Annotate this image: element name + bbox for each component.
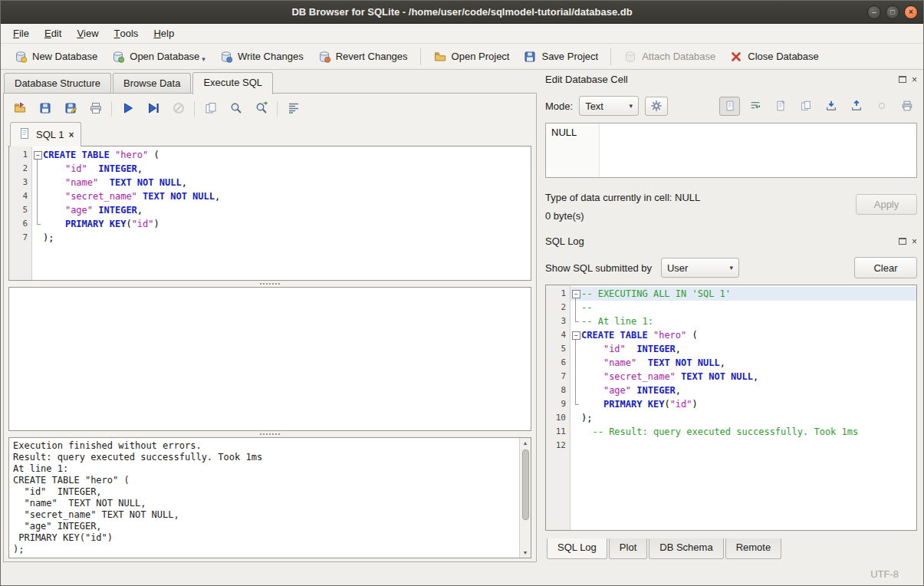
sql-tab-close-icon[interactable]: × <box>68 130 74 140</box>
write-changes-button[interactable]: Write Changes <box>212 47 311 67</box>
print-button[interactable] <box>896 97 917 116</box>
chevron-down-icon: ▾ <box>729 264 733 272</box>
sql-log-code[interactable]: -- EXECUTING ALL IN 'SQL 1'---- At line … <box>571 285 916 530</box>
import-icon <box>825 100 837 112</box>
tab-execute-sql[interactable]: Execute SQL <box>192 72 273 94</box>
format-sql-button[interactable] <box>282 99 304 120</box>
sql-log-float-icon[interactable] <box>899 238 906 245</box>
word-wrap-icon <box>749 100 761 112</box>
sql-document-tab[interactable]: SQL 1 × <box>10 122 81 146</box>
cell-value: NULL <box>551 127 577 138</box>
edit-cell-dock-header: Edit Database Cell × <box>545 70 917 89</box>
open-database-button[interactable]: Open Database▾ <box>104 47 212 67</box>
sql-log-filter-select[interactable]: User ▾ <box>661 258 739 278</box>
edit-cell-float-icon[interactable] <box>899 76 906 83</box>
messages-scrollbar[interactable]: ▲ ▼ <box>519 438 531 558</box>
chevron-down-icon: ▾ <box>630 102 633 110</box>
fold-marker-icon[interactable] <box>32 148 43 162</box>
open-file-icon <box>774 100 787 112</box>
tab-browse-data[interactable]: Browse Data <box>113 73 191 94</box>
close-database-button[interactable]: Close Database <box>722 47 826 67</box>
tab-plot[interactable]: Plot <box>609 538 647 559</box>
fold-marker-icon[interactable] <box>571 287 581 301</box>
bottom-tab-bar: SQL LogPlotDB SchemaRemote <box>545 538 917 563</box>
execute-all-button[interactable] <box>117 99 139 120</box>
close-database-icon <box>729 50 743 64</box>
stop-icon <box>172 101 186 117</box>
sql-log-line: ); <box>571 411 916 425</box>
mode-value: Text <box>585 100 603 112</box>
new-tab-button[interactable] <box>199 99 222 120</box>
edit-cell-close-icon[interactable]: × <box>912 75 917 84</box>
cell-editor-icons <box>719 97 917 116</box>
sql-editor-code[interactable]: CREATE TABLE "hero" ( "id" INTEGER, "nam… <box>32 146 531 280</box>
cell-editor[interactable]: NULL <box>545 123 917 178</box>
scrollbar-track[interactable] <box>520 448 531 548</box>
sql-log-view[interactable]: 123456789101112 -- EXECUTING ALL IN 'SQL… <box>545 285 917 531</box>
print-button[interactable] <box>84 99 107 120</box>
apply-button: Apply <box>856 194 917 215</box>
sql-log-line: PRIMARY KEY("id") <box>571 397 916 411</box>
open-file-button[interactable] <box>770 97 791 116</box>
sql-log-line: "id" INTEGER, <box>571 342 916 356</box>
sql-editor[interactable]: 1234567 CREATE TABLE "hero" ( "id" INTEG… <box>8 146 531 281</box>
results-messages-splitter[interactable] <box>8 431 531 437</box>
minimize-button[interactable]: – <box>867 5 881 19</box>
open-database-icon <box>111 50 125 64</box>
scrollbar-down-icon[interactable]: ▼ <box>523 548 528 558</box>
menu-edit[interactable]: Edit <box>37 24 69 43</box>
format-sql-icon <box>287 101 301 117</box>
find-replace-button[interactable] <box>250 99 272 120</box>
text-document-icon <box>724 100 736 112</box>
toolbar-separator <box>194 101 195 117</box>
save-project-button[interactable]: Save Project <box>516 47 605 67</box>
mode-select[interactable]: Text ▾ <box>579 96 639 116</box>
maximize-button[interactable]: □ <box>886 5 899 19</box>
titlebar[interactable]: DB Browser for SQLite - /home/user/code/… <box>1 1 923 24</box>
export-button[interactable] <box>846 97 866 116</box>
open-project-icon <box>433 50 447 64</box>
import-button[interactable] <box>820 97 841 116</box>
new-database-icon <box>14 50 28 64</box>
open-project-button[interactable]: Open Project <box>426 47 517 67</box>
sql-log-line: "name" TEXT NOT NULL, <box>571 356 916 370</box>
dropdown-arrow-icon[interactable]: ▾ <box>202 55 206 64</box>
tab-database-structure[interactable]: Database Structure <box>4 73 111 94</box>
sql-log-close-icon[interactable]: × <box>912 237 917 246</box>
tab-db-schema[interactable]: DB Schema <box>649 538 723 559</box>
open-sql-file-button[interactable] <box>8 99 31 120</box>
scrollbar-up-icon[interactable]: ▲ <box>523 438 528 448</box>
edit-cell-title: Edit Database Cell <box>545 74 899 85</box>
save-sql-as-button[interactable] <box>59 99 81 120</box>
auto-switch-mode-button[interactable] <box>645 97 668 116</box>
menu-file[interactable]: File <box>5 24 37 43</box>
scrollbar-thumb[interactable] <box>522 449 529 520</box>
fold-marker-icon[interactable] <box>571 328 581 342</box>
menu-help[interactable]: Help <box>146 24 182 43</box>
menu-tools[interactable]: Tools <box>107 24 146 43</box>
attach-database-button: Attach Database <box>617 47 722 67</box>
text-document-button[interactable] <box>719 97 740 116</box>
save-sql-file-button[interactable] <box>34 99 56 120</box>
sql-log-filter-value: User <box>667 262 688 274</box>
editor-results-splitter[interactable] <box>8 281 531 287</box>
menu-view[interactable]: View <box>69 24 106 43</box>
execute-current-line-button[interactable] <box>142 99 164 120</box>
tab-remote[interactable]: Remote <box>725 538 782 559</box>
write-changes-icon <box>219 50 233 64</box>
open-sql-file-icon <box>13 101 27 117</box>
execution-log-text[interactable]: Execution finished without errors. Resul… <box>9 438 519 558</box>
new-database-button[interactable]: New Database <box>7 47 104 67</box>
find-button[interactable] <box>225 99 247 120</box>
close-button[interactable]: × <box>904 5 918 19</box>
save-sql-file-icon <box>38 101 52 117</box>
gear-icon <box>650 100 663 112</box>
tab-sql-log[interactable]: SQL Log <box>547 538 607 559</box>
copy-icon <box>800 100 812 112</box>
revert-changes-button[interactable]: Revert Changes <box>311 47 415 67</box>
clear-button[interactable]: Clear <box>854 257 917 278</box>
copy-button[interactable] <box>795 97 816 116</box>
attach-database-icon <box>623 50 637 64</box>
new-tab-icon <box>204 101 218 117</box>
word-wrap-button[interactable] <box>745 97 765 116</box>
